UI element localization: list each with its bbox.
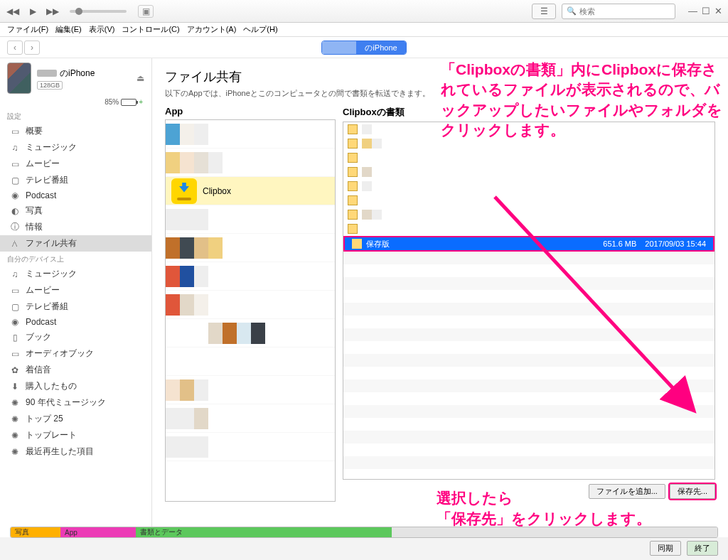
sidebar-item[interactable]: ✺最近再生した項目 [0,443,151,460]
volume-slider[interactable] [70,10,127,13]
eject-button[interactable]: ⏏ [136,73,144,83]
sidebar-item-label: Podcast [26,190,56,200]
toolbar: ◀◀ ▶ ▶▶ ▣ ☰ 🔍 — ☐ ✕ [0,0,728,23]
back-button[interactable]: ‹ [7,41,23,55]
storage-segment: 書類とデータ [136,527,392,537]
app-clipbox[interactable]: Clipbox [166,177,335,205]
sidebar-item[interactable]: ▢テレビ番組 [0,298,151,315]
sidebar-icon: ▢ [10,302,20,312]
sync-button[interactable]: 同期 [650,541,681,556]
search-input[interactable] [579,7,670,16]
sidebar-item-label: 最近再生した項目 [26,446,94,458]
maximize-button[interactable]: ☐ [702,6,710,16]
sidebar-icon: ◉ [10,317,20,327]
content: ファイル共有 以下のAppでは、iPhoneとこのコンピュータとの間で書類を転送… [152,58,728,537]
sidebar-item[interactable]: ▭概要 [0,123,151,139]
annotation-bottom: 選択したら 「保存先」をクリックします。 [437,488,721,529]
search-icon: 🔍 [567,6,577,16]
sidebar-item-label: オーディオブック [26,348,94,360]
done-button[interactable]: 終了 [687,541,718,556]
sidebar-item[interactable]: ▭オーディオブック [0,345,151,362]
sidebar-item[interactable]: ▯ブック [0,329,151,345]
sidebar-icon: ✿ [10,365,20,375]
app-column-title: App [165,106,336,117]
device-thumb-icon [7,63,31,94]
app-list[interactable]: Clipbox [165,119,336,502]
prev-button[interactable]: ◀◀ [6,5,20,18]
forward-button[interactable]: › [24,41,40,55]
sidebar-item-label: 購入したもの [26,380,77,392]
section-mine: 自分のデバイス上 [0,252,151,266]
sidebar-icon: ◐ [10,206,20,216]
sidebar-item-label: Podcast [26,317,56,327]
sidebar-icon: ♫ [10,143,20,153]
sidebar-icon: ▯ [10,333,20,343]
sidebar-item-label: ムービー [26,158,60,170]
sidebar-item[interactable]: ♫ミュージック [0,139,151,156]
sidebar-icon: ▭ [10,126,20,136]
file-name: 保存版 [366,239,390,249]
sidebar-icon: ▭ [10,159,20,169]
play-button[interactable]: ▶ [26,5,40,18]
file-list[interactable]: 保存版 651.6 MB 2017/09/03 15:44 [343,122,715,480]
sidebar-item-label: ミュージック [26,268,77,280]
storage-badge: 128GB [37,81,63,90]
minimize-button[interactable]: — [688,6,697,16]
nav-row: ‹ › のiPhone [0,37,728,58]
clipbox-icon [171,178,197,204]
sidebar-item[interactable]: ▢テレビ番組 [0,172,151,188]
sidebar-item[interactable]: ⩑ファイル共有 [0,235,151,252]
file-size: 651.6 MB [603,239,636,248]
selected-file-row[interactable]: 保存版 651.6 MB 2017/09/03 15:44 [343,236,714,252]
storage-segment: App [60,527,136,537]
next-button[interactable]: ▶▶ [46,5,60,18]
menu-view[interactable]: 表示(V) [86,23,118,36]
sidebar-item[interactable]: ◉Podcast [0,315,151,329]
search-box[interactable]: 🔍 [562,4,675,19]
sidebar-item-label: ムービー [26,284,60,296]
sidebar-item-label: 90 年代ミュージック [26,397,106,409]
sidebar-item[interactable]: ♫ミュージック [0,266,151,282]
sidebar-item[interactable]: ▭ムービー [0,282,151,298]
sidebar: のiPhone 128GB ⏏ 85% + 設定 ▭概要♫ミュージック▭ムービー… [0,58,152,537]
sidebar-icon: ▢ [10,176,20,185]
sidebar-item[interactable]: ▭ムービー [0,156,151,172]
battery-status: 85% + [0,98,151,109]
sidebar-item-label: 着信音 [26,364,51,376]
menu-edit[interactable]: 編集(E) [53,23,85,36]
menu-control[interactable]: コントロール(C) [119,23,182,36]
sidebar-item[interactable]: ✺トップ 25 [0,411,151,427]
sidebar-icon: ⓘ [10,221,20,233]
device-name: のiPhone [60,68,95,80]
sidebar-item[interactable]: ✿着信音 [0,362,151,378]
sidebar-item[interactable]: ◐写真 [0,203,151,219]
battery-icon [121,99,136,106]
sidebar-icon: ♫ [10,269,20,279]
airplay-button[interactable]: ▣ [138,5,154,18]
folder-icon [352,239,362,249]
device-header[interactable]: のiPhone 128GB ⏏ [0,58,151,98]
sidebar-icon: ◉ [10,190,20,200]
sidebar-icon: ▭ [10,286,20,296]
menu-file[interactable]: ファイル(F) [4,23,51,36]
close-button[interactable]: ✕ [714,6,722,16]
sidebar-icon: ⩑ [10,239,20,249]
menu-account[interactable]: アカウント(A) [184,23,240,36]
menu-bar: ファイル(F) 編集(E) 表示(V) コントロール(C) アカウント(A) ヘ… [0,23,728,37]
menu-help[interactable]: ヘルプ(H) [240,23,280,36]
sidebar-item-label: トップ 25 [26,413,63,425]
sidebar-item[interactable]: ◉Podcast [0,188,151,203]
sidebar-item[interactable]: ✺トップレート [0,427,151,443]
sidebar-icon: ⬇ [10,382,20,392]
sidebar-item[interactable]: ⓘ情報 [0,219,151,235]
sidebar-item-label: テレビ番組 [26,174,68,186]
list-view-button[interactable]: ☰ [532,4,556,19]
file-date: 2017/09/03 15:44 [645,239,706,248]
sidebar-item[interactable]: ⬇購入したもの [0,378,151,394]
section-settings: 設定 [0,109,151,123]
sidebar-item-label: ファイル共有 [26,237,77,249]
sidebar-item-label: 情報 [26,221,43,233]
sidebar-item[interactable]: ✺90 年代ミュージック [0,394,151,411]
annotation-top: 「Clipboxの書類」内にClipboxに保存されているファイルが表示されるの… [441,60,725,140]
device-tab[interactable]: のiPhone [321,41,407,55]
